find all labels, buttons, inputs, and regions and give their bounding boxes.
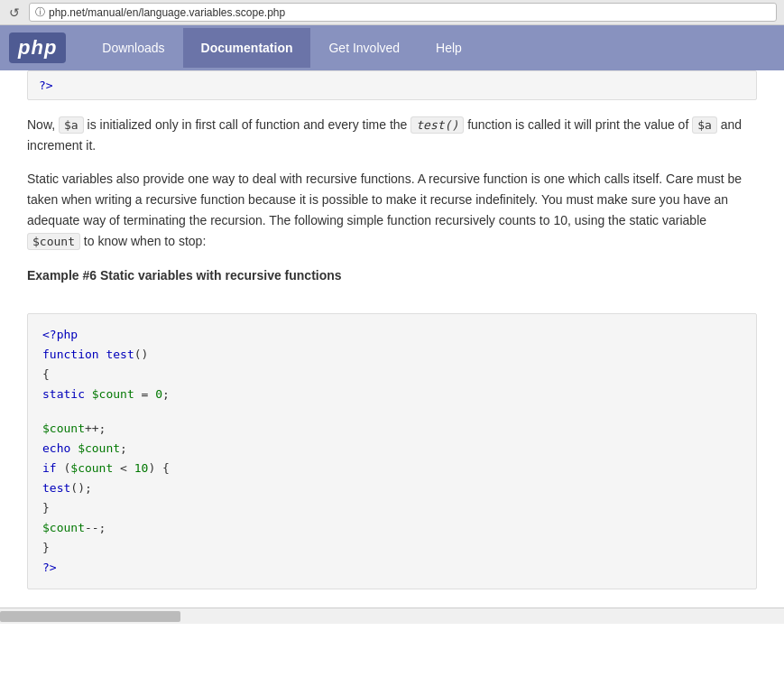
- code-example-block: <?phpfunction test(){ static $count = 0;…: [27, 313, 757, 590]
- code-top-line: ?>: [39, 79, 53, 92]
- para1-fn-code: test(): [410, 116, 464, 134]
- scrollbar-thumb[interactable]: [0, 611, 180, 622]
- code-line: function test(): [42, 345, 742, 365]
- para1-var1: $a: [59, 116, 84, 134]
- code-line: test();: [42, 478, 742, 498]
- php-logo: php: [9, 32, 66, 63]
- code-block-top: ?>: [27, 70, 757, 100]
- nav-link-help[interactable]: Help: [418, 28, 480, 68]
- code-line: ?>: [42, 558, 742, 578]
- para1-pre: Now,: [27, 117, 59, 132]
- paragraph-1: Now, $a is initialized only in first cal…: [27, 115, 757, 156]
- code-line: }: [42, 538, 742, 558]
- example-title: Example #6 Static variables with recursi…: [27, 265, 757, 286]
- code-line: $count--;: [42, 518, 742, 538]
- nav-item-documentation[interactable]: Documentation: [183, 28, 311, 68]
- text-section: Now, $a is initialized only in first cal…: [0, 100, 784, 313]
- paragraph-2: Static variables also provide one way to…: [27, 169, 757, 252]
- code-line: static $count = 0;: [42, 385, 742, 404]
- url-text: php.net/manual/en/language.variables.sco…: [49, 6, 285, 19]
- code-line: {: [42, 365, 742, 385]
- main-nav: php Downloads Documentation Get Involved…: [0, 25, 784, 70]
- code-line: }: [42, 498, 742, 518]
- address-bar[interactable]: ⓘ php.net/manual/en/language.variables.s…: [29, 3, 777, 22]
- refresh-icon[interactable]: ↺: [7, 5, 22, 20]
- nav-item-help[interactable]: Help: [418, 28, 480, 68]
- nav-link-get-involved[interactable]: Get Involved: [310, 28, 418, 68]
- code-line: <?php: [42, 325, 742, 345]
- nav-links: Downloads Documentation Get Involved Hel…: [84, 28, 480, 68]
- para1-var2: $a: [692, 116, 717, 134]
- code-line: [42, 404, 742, 419]
- para2-text: Static variables also provide one way to…: [27, 172, 742, 227]
- horizontal-scrollbar[interactable]: [0, 607, 784, 624]
- para1-fn: test(): [410, 117, 464, 132]
- code-line: echo $count;: [42, 439, 742, 459]
- code-line: $count++;: [42, 419, 742, 439]
- nav-item-get-involved[interactable]: Get Involved: [310, 28, 418, 68]
- content-area: ?> Now, $a is initialized only in first …: [0, 70, 784, 589]
- nav-link-downloads[interactable]: Downloads: [84, 28, 182, 68]
- para1-mid1: is initialized only in first call of fun…: [84, 117, 411, 132]
- para1-mid2: function is called it will print the val…: [464, 117, 692, 132]
- nav-item-downloads[interactable]: Downloads: [84, 28, 182, 68]
- code-line: if ($count < 10) {: [42, 459, 742, 478]
- lock-icon: ⓘ: [35, 5, 45, 19]
- para2-end: to know when to stop:: [84, 234, 206, 248]
- nav-link-documentation[interactable]: Documentation: [183, 28, 311, 68]
- para2-static-var: $count: [27, 233, 80, 250]
- browser-bar: ↺ ⓘ php.net/manual/en/language.variables…: [0, 0, 784, 25]
